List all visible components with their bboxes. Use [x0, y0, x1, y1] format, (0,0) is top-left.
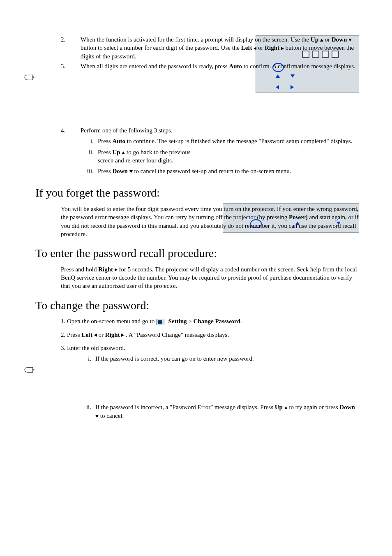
heading-change: To change the password:	[35, 298, 359, 313]
text: to try again or press	[288, 404, 340, 410]
note-body	[39, 74, 359, 123]
note-body	[39, 366, 359, 400]
list-body: When all digits are entered and the pass…	[81, 62, 359, 70]
bold-change-password: Change Password	[194, 318, 241, 324]
list-body: When the function is activated for the f…	[81, 35, 359, 60]
text: Press and hold	[61, 266, 98, 273]
sub-body: If the password is correct, you can go o…	[95, 354, 359, 363]
sub-body: Press Auto to continue. The set-up is fi…	[98, 137, 359, 145]
down-arrow-icon	[129, 170, 133, 173]
sub-list-item: i. Press Auto to continue. The set-up is…	[81, 137, 359, 145]
left-arrow-icon	[254, 47, 256, 50]
text: or	[99, 331, 105, 338]
list-body: Perform one of the following 3 steps. i.…	[81, 126, 359, 178]
change-step-2: 2. Press Left or Right . A "Password Cha…	[61, 331, 359, 339]
list-item: 3. When all digits are entered and the p…	[61, 62, 359, 70]
bold-up: Up	[275, 404, 283, 410]
item4-text: Perform one of the following 3 steps.	[81, 127, 173, 134]
sub-number: iii.	[81, 167, 94, 175]
list-number: 2.	[61, 35, 81, 60]
text: .	[240, 318, 242, 324]
sub-body: Press Up to go back to the previous scre…	[98, 148, 192, 165]
change-step-3: 3. Enter the old password.	[61, 344, 359, 352]
sub-number: i.	[81, 137, 94, 145]
left-arrow-icon	[94, 334, 97, 337]
note-hand-icon	[24, 74, 39, 123]
list-number: 3.	[61, 62, 81, 70]
sub-list-item: ii. Press Up to go back to the previous …	[81, 148, 359, 165]
sub-body: Press Down to cancel the password set-up…	[98, 167, 359, 175]
change-step-1: 1. Open the on-screen menu and go to Set…	[61, 317, 359, 325]
sub-number: ii.	[81, 148, 94, 165]
text: >	[187, 318, 194, 324]
right-arrow-icon	[281, 47, 284, 50]
settings-menu-icon	[156, 319, 165, 325]
heading-recall: To enter the password recall procedure:	[35, 246, 359, 261]
text: 2. Press	[61, 331, 81, 338]
text: 1. Open the on-screen menu and go to	[61, 318, 156, 324]
note-hand-icon	[24, 366, 39, 400]
text: to cancel.	[99, 412, 124, 419]
list-item: 2. When the function is activated for th…	[61, 35, 359, 60]
bold-right: Right	[105, 331, 120, 338]
sub-list-item: ii. If the password is incorrect, a "Pas…	[78, 403, 359, 420]
bold-left: Left	[81, 331, 92, 338]
sub-list-item: i. If the password is correct, you can g…	[78, 354, 359, 363]
list-item: 4. Perform one of the following 3 steps.…	[61, 126, 359, 178]
bold-setting: Setting	[168, 318, 187, 324]
sub-body: If the password is incorrect, a "Passwor…	[95, 403, 359, 420]
up-arrow-icon	[284, 406, 288, 409]
bold-power: Power)	[289, 214, 308, 220]
down-arrow-icon	[95, 415, 99, 418]
para-recall: Press and hold Right for 5 seconds. The …	[61, 265, 359, 290]
sub-list-item: iii. Press Down to cancel the password s…	[81, 167, 359, 175]
down-arrow-icon	[348, 39, 352, 42]
sub-number: i.	[78, 354, 91, 363]
right-arrow-icon	[115, 268, 118, 271]
up-arrow-icon	[122, 151, 125, 154]
heading-forget: If you forget the password:	[35, 185, 359, 201]
text: If the password is incorrect, a "Passwor…	[95, 404, 275, 410]
bold-right: Right	[98, 266, 113, 273]
text: . A "Password Change" message displays.	[124, 331, 229, 338]
para-forget: You will be asked to enter the four digi…	[61, 205, 359, 238]
list-number: 4.	[61, 126, 81, 178]
up-arrow-icon	[320, 39, 323, 42]
sub-number: ii.	[78, 403, 91, 420]
bold-down: Down	[339, 404, 355, 410]
